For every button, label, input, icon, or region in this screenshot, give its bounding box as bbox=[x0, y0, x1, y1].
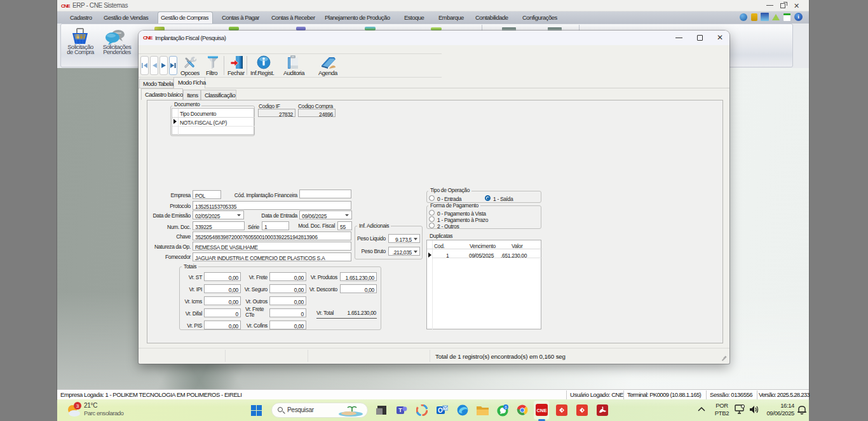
svg-text:CNE: CNE bbox=[537, 408, 547, 413]
svg-text:O: O bbox=[438, 407, 443, 414]
svg-text:3: 3 bbox=[76, 403, 79, 409]
svg-text:T: T bbox=[398, 407, 402, 413]
svg-text:6: 6 bbox=[505, 405, 507, 410]
